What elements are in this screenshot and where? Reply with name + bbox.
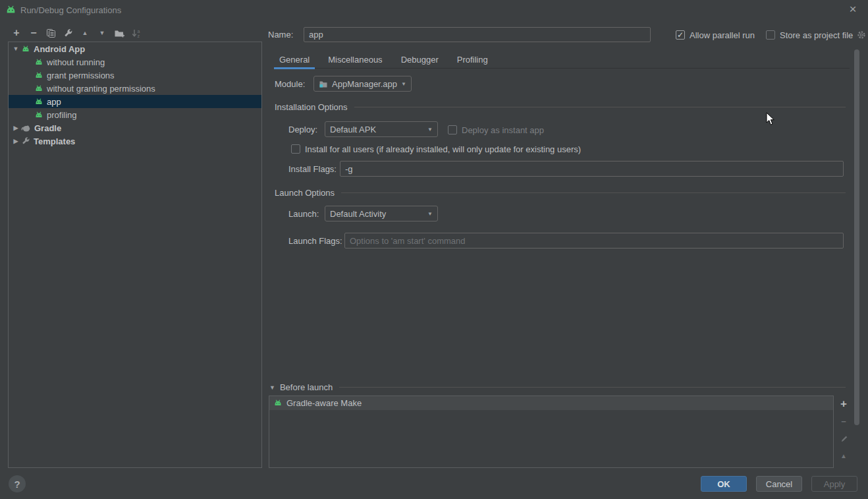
launch-select[interactable]: Default Activity ▼ bbox=[325, 206, 438, 221]
store-as-project-file-label: Store as project file bbox=[780, 30, 853, 40]
launch-row: Launch: bbox=[288, 206, 319, 221]
chevron-collapsed-icon[interactable]: ▶ bbox=[11, 138, 21, 144]
move-task-up-button[interactable]: ▲ bbox=[835, 447, 852, 464]
tree-item-label: grant permissions bbox=[47, 71, 115, 80]
copy-configuration-button[interactable] bbox=[42, 26, 59, 40]
close-icon[interactable]: × bbox=[846, 2, 860, 16]
help-button[interactable]: ? bbox=[9, 475, 26, 492]
tree-item-without-granting-permissions[interactable]: without granting permissions bbox=[9, 82, 261, 95]
sort-configurations-icon[interactable]: a z bbox=[128, 26, 145, 40]
configurations-toolbar: + − ▲ ▼ a z bbox=[8, 26, 145, 40]
check-icon: ✓ bbox=[677, 31, 684, 39]
tree-item-android-app[interactable]: ▼ Android App bbox=[9, 42, 261, 55]
remove-configuration-button[interactable]: − bbox=[25, 26, 42, 40]
install-flags-input[interactable] bbox=[340, 161, 844, 177]
launch-flags-label: Launch Flags: bbox=[288, 236, 342, 246]
tree-item-label: Gradle bbox=[34, 123, 61, 133]
chevron-down-icon: ▼ bbox=[401, 81, 406, 87]
config-tabs: General Miscellaneous Debugger Profiling bbox=[274, 52, 850, 69]
android-icon bbox=[34, 59, 43, 66]
name-row: Name: bbox=[268, 26, 293, 42]
deploy-select[interactable]: Default APK ▼ bbox=[325, 121, 438, 137]
launch-flags-input[interactable] bbox=[344, 233, 844, 249]
titlebar: Run/Debug Configurations bbox=[0, 0, 868, 20]
tab-miscellaneous[interactable]: Miscellaneous bbox=[323, 52, 387, 68]
deploy-as-instant-app: Deploy as instant app bbox=[448, 125, 544, 135]
tree-item-label: without running bbox=[47, 57, 105, 67]
install-flags-row: Install Flags: bbox=[288, 161, 337, 177]
module-row: Module: bbox=[275, 76, 305, 92]
deploy-row: Deploy: bbox=[288, 121, 317, 137]
move-up-button[interactable]: ▲ bbox=[76, 26, 94, 40]
section-rule bbox=[339, 387, 846, 388]
launch-value: Default Activity bbox=[330, 209, 386, 219]
module-label: Module: bbox=[275, 79, 305, 89]
vertical-scrollbar[interactable] bbox=[854, 49, 859, 425]
chevron-collapsed-icon[interactable]: ▶ bbox=[11, 125, 21, 131]
allow-parallel-run-label: Allow parallel run bbox=[690, 30, 755, 40]
add-task-button[interactable]: + bbox=[835, 396, 852, 413]
section-title: Before launch bbox=[280, 382, 333, 392]
deploy-label: Deploy: bbox=[288, 125, 317, 134]
before-launch-item-gradle-aware-make[interactable]: Gradle-aware Make bbox=[269, 396, 833, 410]
store-as-project-file-checkbox[interactable] bbox=[766, 30, 775, 40]
section-rule bbox=[354, 107, 846, 107]
apply-button[interactable]: Apply bbox=[811, 476, 857, 492]
store-as-project-file: Store as project file bbox=[766, 30, 866, 40]
run-debug-configurations-dialog: { "window": { "title": "Run/Debug Config… bbox=[0, 0, 868, 499]
add-configuration-button[interactable]: + bbox=[8, 26, 25, 40]
configurations-tree: ▼ Android App without running grant perm… bbox=[8, 42, 262, 468]
install-all-users-label: Install for all users (if already instal… bbox=[305, 144, 581, 154]
allow-parallel-run-checkbox[interactable]: ✓ bbox=[676, 30, 685, 40]
ok-button[interactable]: OK bbox=[701, 476, 747, 492]
tree-item-label: profiling bbox=[47, 110, 77, 120]
before-launch-header: ▼ Before launch bbox=[269, 382, 846, 392]
install-for-all-users: Install for all users (if already instal… bbox=[291, 144, 581, 154]
wrench-icon bbox=[21, 136, 30, 146]
tree-item-app-selected[interactable]: app bbox=[9, 95, 261, 108]
tree-item-gradle[interactable]: ▶ Gradle bbox=[9, 121, 261, 134]
chevron-down-icon: ▼ bbox=[427, 127, 433, 132]
section-title: Installation Options bbox=[275, 102, 348, 112]
tab-profiling[interactable]: Profiling bbox=[452, 52, 493, 68]
tree-item-label: Templates bbox=[34, 136, 75, 146]
android-icon bbox=[34, 98, 43, 105]
name-label: Name: bbox=[268, 30, 293, 40]
new-folder-icon[interactable] bbox=[111, 26, 128, 40]
edit-task-pencil-icon[interactable] bbox=[835, 430, 852, 447]
section-rule bbox=[341, 192, 846, 193]
svg-text:a: a bbox=[138, 28, 140, 33]
tree-item-grant-permissions[interactable]: grant permissions bbox=[9, 69, 261, 82]
android-icon bbox=[34, 111, 43, 119]
android-icon bbox=[273, 399, 283, 407]
gradle-elephant-icon bbox=[21, 124, 31, 132]
launch-label: Launch: bbox=[288, 209, 319, 219]
module-icon bbox=[319, 80, 328, 88]
cancel-button[interactable]: Cancel bbox=[756, 476, 802, 492]
move-down-button[interactable]: ▼ bbox=[94, 26, 111, 40]
module-select[interactable]: AppManager.app ▼ bbox=[313, 76, 412, 92]
deploy-value: Default APK bbox=[330, 125, 376, 134]
tree-item-label: app bbox=[47, 97, 61, 107]
name-input[interactable] bbox=[304, 27, 651, 42]
chevron-expanded-icon[interactable]: ▼ bbox=[269, 384, 275, 391]
gear-icon[interactable] bbox=[857, 30, 866, 40]
tree-item-templates[interactable]: ▶ Templates bbox=[9, 134, 261, 148]
tree-item-without-running[interactable]: without running bbox=[9, 55, 261, 69]
instant-app-checkbox[interactable] bbox=[448, 125, 457, 134]
instant-app-label: Deploy as instant app bbox=[462, 125, 544, 135]
allow-parallel-run: ✓ Allow parallel run bbox=[676, 30, 755, 40]
android-icon bbox=[34, 72, 43, 79]
tab-general[interactable]: General bbox=[274, 52, 315, 68]
chevron-expanded-icon[interactable]: ▼ bbox=[11, 45, 21, 52]
edit-defaults-wrench-icon[interactable] bbox=[59, 26, 76, 40]
remove-task-button[interactable]: − bbox=[835, 413, 852, 430]
install-all-users-checkbox[interactable] bbox=[291, 144, 300, 154]
svg-text:z: z bbox=[138, 34, 140, 38]
dialog-title: Run/Debug Configurations bbox=[20, 5, 121, 15]
install-flags-label: Install Flags: bbox=[288, 164, 337, 174]
tab-debugger[interactable]: Debugger bbox=[396, 52, 444, 68]
android-icon bbox=[21, 45, 30, 53]
mouse-cursor bbox=[766, 112, 775, 126]
tree-item-profiling[interactable]: profiling bbox=[9, 108, 261, 121]
